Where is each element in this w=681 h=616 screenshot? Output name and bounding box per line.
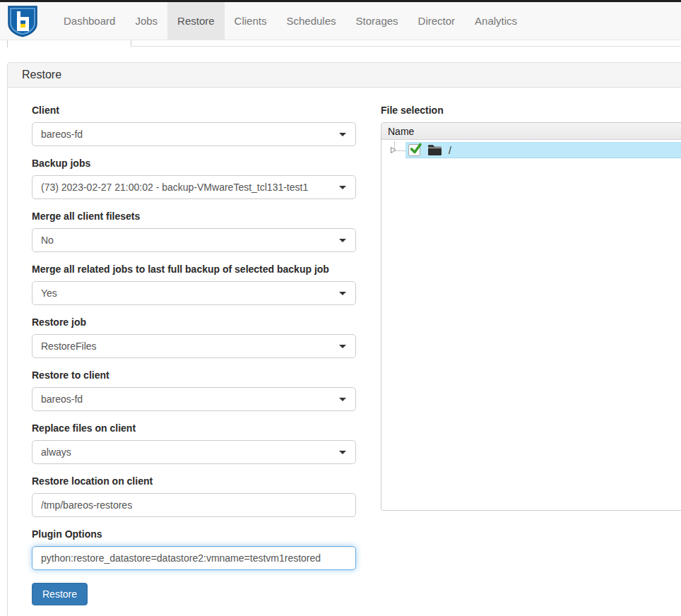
client-select[interactable]: bareos-fd (32, 122, 356, 146)
restore-job-label: Restore job (32, 316, 356, 328)
restore-panel: Restore Client bareos-fd Backup jobs (73… (7, 62, 681, 616)
caret-down-icon (339, 239, 346, 242)
caret-down-icon (339, 292, 346, 295)
caret-down-icon (339, 133, 346, 136)
nav-item-jobs[interactable]: Jobs (125, 2, 167, 40)
form-group-restore-location: Restore location on client (32, 475, 356, 517)
merge-filesets-label: Merge all client filesets (32, 211, 356, 222)
file-selection-title: File selection (381, 105, 681, 116)
nav-menu: Dashboard Jobs Restore Clients Schedules… (54, 2, 527, 40)
tree-row-root[interactable]: / (381, 142, 681, 158)
nav-item-schedules[interactable]: Schedules (276, 2, 345, 40)
tree-expander-icon[interactable] (389, 142, 405, 158)
form-group-replace-files: Replace files on client always (32, 422, 356, 464)
backup-jobs-select-value: (73) 2023-02-27 21:00:02 - backup-VMware… (41, 182, 334, 193)
merge-filesets-select-value: No (41, 235, 334, 246)
restore-job-select-value: RestoreFiles (41, 340, 334, 352)
client-select-value: bareos-fd (41, 129, 334, 140)
replace-files-label: Replace files on client (32, 422, 356, 434)
file-tree-box: Name (381, 122, 681, 511)
backup-jobs-label: Backup jobs (32, 158, 356, 169)
folder-icon (427, 144, 442, 156)
nav-item-analytics[interactable]: Analytics (465, 2, 527, 40)
restore-to-client-select[interactable]: bareos-fd (32, 387, 356, 411)
nav-item-restore[interactable]: Restore (167, 2, 225, 40)
restore-job-select[interactable]: RestoreFiles (32, 334, 356, 358)
replace-files-select[interactable]: always (32, 440, 356, 464)
form-group-merge-jobs: Merge all related jobs to last full back… (32, 263, 356, 305)
merge-jobs-select[interactable]: Yes (32, 281, 356, 305)
form-group-merge-filesets: Merge all client filesets No (32, 211, 356, 252)
backup-jobs-select[interactable]: (73) 2023-02-27 21:00:02 - backup-VMware… (32, 175, 356, 199)
nav-item-director[interactable]: Director (408, 2, 466, 40)
navbar: Dashboard Jobs Restore Clients Schedules… (0, 2, 681, 40)
checked-checkbox-icon[interactable] (408, 144, 420, 156)
restore-to-client-label: Restore to client (32, 369, 356, 381)
restore-to-client-select-value: bareos-fd (41, 393, 334, 405)
nav-item-clients[interactable]: Clients (225, 2, 277, 40)
active-subtab[interactable] (7, 40, 131, 47)
plugin-options-label: Plugin Options (32, 528, 356, 540)
restore-form: Client bareos-fd Backup jobs (73) 2023-0… (32, 105, 356, 605)
sub-tabstrip (0, 40, 681, 47)
plugin-options-input[interactable] (32, 546, 356, 570)
form-group-client: Client bareos-fd (32, 105, 356, 146)
form-group-restore-job: Restore job RestoreFiles (32, 316, 356, 358)
caret-down-icon (339, 186, 346, 189)
caret-down-icon (339, 398, 346, 401)
tabstrip-divider (132, 46, 681, 47)
nav-item-storages[interactable]: Storages (346, 2, 408, 40)
bareos-logo-icon[interactable] (7, 5, 38, 37)
caret-down-icon (339, 451, 346, 454)
restore-location-input[interactable] (32, 493, 356, 517)
merge-jobs-label: Merge all related jobs to last full back… (32, 263, 356, 275)
form-group-plugin-options: Plugin Options (32, 528, 356, 570)
caret-down-icon (339, 345, 346, 348)
panel-title: Restore (8, 63, 681, 88)
panel-body: Client bareos-fd Backup jobs (73) 2023-0… (8, 88, 681, 616)
restore-submit-button[interactable]: Restore (32, 583, 88, 605)
tree-node-label: / (449, 145, 451, 156)
file-tree-column-header: Name (381, 123, 681, 140)
merge-jobs-select-value: Yes (41, 288, 334, 299)
file-selection-section: File selection Name (381, 105, 681, 511)
tree-node-selected[interactable]: / (405, 142, 681, 158)
merge-filesets-select[interactable]: No (32, 228, 356, 252)
client-label: Client (32, 105, 356, 116)
file-tree: / (381, 140, 681, 158)
form-group-restore-to-client: Restore to client bareos-fd (32, 369, 356, 411)
nav-item-dashboard[interactable]: Dashboard (54, 2, 125, 40)
restore-location-label: Restore location on client (32, 475, 356, 487)
form-group-backup-jobs: Backup jobs (73) 2023-02-27 21:00:02 - b… (32, 158, 356, 199)
replace-files-select-value: always (41, 446, 334, 458)
